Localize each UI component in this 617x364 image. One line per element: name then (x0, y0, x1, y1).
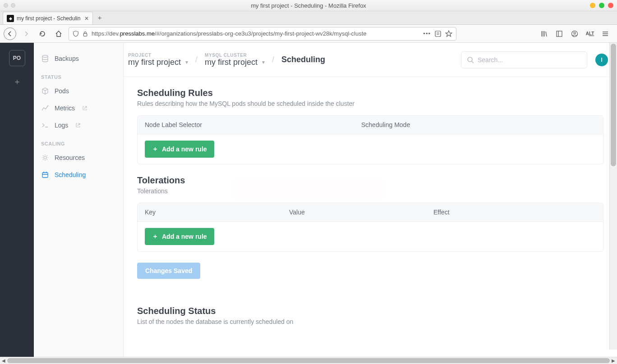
more-icon[interactable]: ••• (423, 30, 431, 37)
header-bar: PROJECT my first project ▾ / MYSQL CLUST… (124, 43, 617, 77)
svg-point-7 (44, 156, 46, 159)
rules-table-header: Node Label Selector Scheduling Mode (138, 116, 603, 134)
os-titlebar-left-dots (0, 3, 15, 8)
menu-icon[interactable] (600, 28, 611, 39)
os-titlebar: my first project - Scheduling - Mozilla … (0, 0, 617, 11)
sidebar-item-label: Pods (55, 87, 69, 95)
sidebar-item-label: Logs (55, 122, 68, 129)
gear-icon (41, 154, 49, 162)
changes-saved-button: Changes Saved (137, 263, 200, 279)
scrollbar-thumb[interactable] (7, 358, 610, 363)
breadcrumb-project[interactable]: PROJECT my first project ▾ (128, 53, 188, 67)
url-bar[interactable]: https://dev.presslabs.me/#/organizations… (69, 27, 456, 41)
sidebar-item-backups[interactable]: Backups (34, 50, 123, 67)
sidebar-heading-status: STATUS (34, 67, 123, 82)
database-icon (41, 55, 49, 63)
breadcrumb-separator: / (272, 55, 274, 64)
column-header: Scheduling Mode (361, 121, 578, 128)
add-org-button[interactable]: ＋ (13, 76, 21, 87)
svg-rect-2 (557, 31, 562, 36)
window-controls (590, 3, 613, 8)
breadcrumb-cluster[interactable]: MYSQL CLUSTER my first project ▾ (205, 53, 265, 67)
sidebar-item-scheduling[interactable]: Scheduling (34, 166, 123, 183)
home-button[interactable] (52, 27, 65, 40)
back-button[interactable] (4, 27, 16, 40)
column-header: Node Label Selector (145, 121, 361, 128)
column-header: Effect (433, 209, 578, 216)
window-minimize-icon[interactable] (590, 3, 595, 8)
chevron-down-icon[interactable]: ▾ (185, 59, 188, 65)
window-close-icon[interactable] (608, 3, 613, 8)
browser-tab[interactable]: ◆ my first project - Schedulin ✕ (3, 12, 93, 24)
forward-button[interactable] (20, 27, 32, 40)
external-link-icon (75, 123, 81, 128)
horizontal-scrollbar[interactable]: ◀ ▶ (0, 357, 617, 364)
svg-rect-8 (42, 173, 48, 177)
sidebar-item-pods[interactable]: Pods (34, 82, 123, 100)
toolbar-right: ALT (539, 28, 613, 39)
tab-favicon-icon: ◆ (7, 15, 14, 22)
add-toleration-button[interactable]: ＋ Add a new rule (145, 228, 214, 245)
account-icon[interactable] (569, 28, 580, 39)
sidebar-icon[interactable] (554, 28, 565, 39)
external-link-icon (82, 105, 87, 111)
window-maximize-icon[interactable] (599, 3, 604, 8)
scroll-left-icon[interactable]: ◀ (0, 357, 7, 364)
sidebar-item-resources[interactable]: Resources (34, 149, 123, 166)
chevron-down-icon[interactable]: ▾ (262, 59, 265, 65)
add-rule-button[interactable]: ＋ Add a new rule (145, 141, 214, 158)
avatar[interactable]: I (595, 54, 608, 66)
tab-strip: ◆ my first project - Schedulin ✕ ＋ (0, 11, 617, 25)
org-badge[interactable]: PO (9, 50, 25, 66)
search-box[interactable] (461, 51, 587, 68)
reload-button[interactable] (36, 27, 49, 40)
sidebar-item-logs[interactable]: Logs (34, 117, 123, 134)
sidebar-item-label: Backups (55, 55, 79, 62)
window-title: my first project - Scheduling - Mozilla … (251, 2, 366, 9)
scrollbar-thumb[interactable] (611, 44, 616, 166)
svg-rect-1 (435, 31, 441, 36)
sidebar: Backups STATUS Pods Metrics (34, 43, 124, 357)
sidebar-item-label: Resources (55, 154, 85, 161)
main: PROJECT my first project ▾ / MYSQL CLUST… (124, 43, 617, 357)
section-subtitle-tolerations: Tolerations (137, 187, 603, 195)
app-rail: PO ＋ (0, 43, 34, 357)
svg-point-9 (468, 57, 472, 62)
search-icon (467, 56, 474, 64)
dot-icon (11, 3, 15, 8)
new-tab-button[interactable]: ＋ (93, 12, 106, 24)
dot-icon (4, 3, 8, 8)
url-text: https://dev.presslabs.me/#/organizations… (92, 30, 419, 37)
section-title-status: Scheduling Status (137, 306, 603, 316)
lock-icon (83, 31, 88, 37)
section-title-rules: Scheduling Rules (137, 88, 603, 98)
vertical-scrollbar[interactable] (609, 43, 617, 350)
star-icon[interactable] (445, 30, 452, 37)
svg-point-6 (42, 55, 48, 58)
tolerations-table-header: Key Value Effect (138, 203, 603, 222)
sidebar-item-metrics[interactable]: Metrics (34, 100, 123, 117)
svg-point-5 (574, 32, 576, 34)
breadcrumb-current: Scheduling (281, 55, 325, 64)
search-input[interactable] (478, 56, 581, 64)
library-icon[interactable] (539, 28, 549, 39)
tab-title: my first project - Schedulin (17, 15, 80, 22)
shield-icon (73, 31, 79, 37)
rules-panel: Node Label Selector Scheduling Mode ＋ Ad… (137, 115, 603, 164)
plus-icon: ＋ (152, 232, 158, 241)
column-header: Value (289, 209, 433, 216)
sidebar-item-label: Scheduling (55, 171, 86, 178)
browser-toolbar: https://dev.presslabs.me/#/organizations… (0, 25, 617, 43)
text-encoding-icon[interactable]: ALT (585, 28, 595, 39)
chart-icon (41, 104, 49, 112)
plus-icon: ＋ (152, 145, 158, 153)
sidebar-heading-scaling: SCALING (34, 134, 123, 149)
section-subtitle-status: List of the nodes the database is curren… (137, 318, 603, 325)
sidebar-item-label: Metrics (55, 105, 75, 112)
column-header: Key (145, 209, 289, 216)
svg-rect-0 (83, 33, 87, 36)
section-subtitle-rules: Rules describing how the MySQL pods shou… (137, 100, 603, 107)
scroll-right-icon[interactable]: ▶ (610, 357, 617, 364)
tab-close-icon[interactable]: ✕ (84, 15, 89, 22)
reader-icon[interactable] (434, 30, 442, 37)
